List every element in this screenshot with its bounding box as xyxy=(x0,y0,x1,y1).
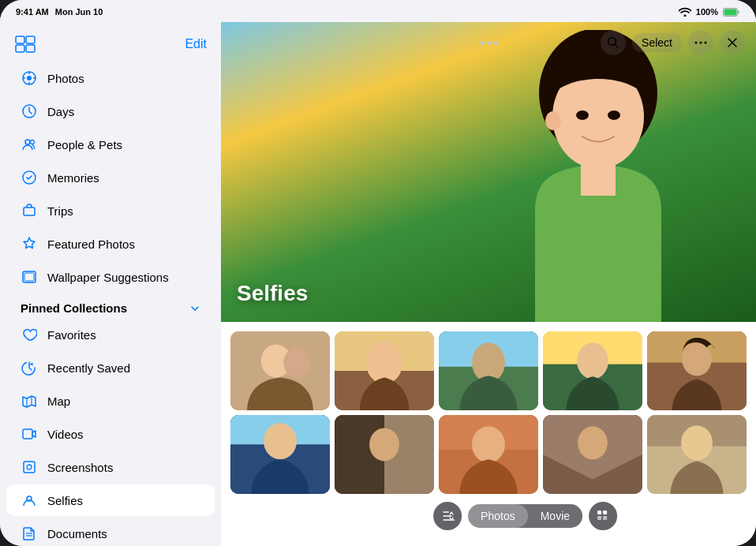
svg-rect-16 xyxy=(24,208,35,215)
status-right: 100% xyxy=(679,7,740,17)
photo-thumb-9[interactable] xyxy=(543,415,642,494)
svg-point-32 xyxy=(695,42,698,44)
photo-thumb-8[interactable] xyxy=(439,415,538,494)
svg-point-72 xyxy=(578,426,608,459)
sidebar: Edit Photos xyxy=(0,22,221,546)
movie-view-button[interactable]: Movie xyxy=(528,504,582,528)
favorites-label: Favorites xyxy=(47,328,96,342)
selfies-label: Selfies xyxy=(47,494,83,507)
grid-view-button[interactable] xyxy=(589,502,617,530)
featured-photos-label: Featured Photos xyxy=(47,237,135,251)
sidebar-library-icon xyxy=(14,33,36,55)
days-label: Days xyxy=(47,105,74,118)
search-button[interactable] xyxy=(601,30,626,55)
photo-thumb-1[interactable] xyxy=(230,331,330,410)
sidebar-item-memories[interactable]: Memories xyxy=(6,162,215,193)
svg-point-70 xyxy=(472,426,505,462)
wallpaper-icon xyxy=(21,268,38,286)
svg-point-34 xyxy=(705,42,707,44)
documents-label: Documents xyxy=(47,527,107,540)
trips-label: Trips xyxy=(47,204,73,218)
battery-icon xyxy=(723,8,740,17)
battery-display: 100% xyxy=(696,7,718,17)
photo-thumb-4[interactable] xyxy=(543,331,642,410)
memories-icon xyxy=(21,169,38,186)
more-button[interactable] xyxy=(688,30,713,55)
status-time: 9:41 AM Mon Jun 10 xyxy=(16,7,103,17)
svg-point-14 xyxy=(31,140,35,144)
edit-button[interactable]: Edit xyxy=(185,37,207,51)
photo-thumb-5[interactable] xyxy=(647,331,747,410)
svg-rect-39 xyxy=(581,156,616,196)
pinned-section-header[interactable]: Pinned Collections xyxy=(6,294,215,318)
selfies-icon xyxy=(21,492,38,509)
sidebar-item-photos[interactable]: Photos xyxy=(6,62,215,94)
photo-thumb-10[interactable] xyxy=(647,415,747,494)
screenshots-icon xyxy=(21,458,38,476)
header-dots xyxy=(480,41,498,45)
sidebar-item-selfies[interactable]: Selfies xyxy=(6,484,215,516)
documents-icon xyxy=(21,525,38,542)
sidebar-header: Edit xyxy=(0,22,221,62)
svg-point-33 xyxy=(700,42,702,44)
favorites-icon xyxy=(21,326,38,343)
recently-saved-label: Recently Saved xyxy=(47,361,130,375)
svg-line-31 xyxy=(616,45,619,48)
photos-view-button[interactable]: Photos xyxy=(468,504,528,528)
photo-grid xyxy=(221,322,756,508)
hero-person-svg xyxy=(488,30,709,322)
photo-thumb-3[interactable] xyxy=(439,331,538,410)
svg-point-56 xyxy=(577,342,608,379)
svg-point-67 xyxy=(369,428,399,461)
featured-icon xyxy=(21,235,38,252)
svg-rect-18 xyxy=(24,273,34,281)
map-label: Map xyxy=(47,395,70,408)
svg-rect-5 xyxy=(26,45,35,52)
sidebar-item-featured-photos[interactable]: Featured Photos xyxy=(6,228,215,260)
photo-thumb-7[interactable] xyxy=(335,415,434,494)
recently-saved-icon xyxy=(21,359,38,376)
memories-label: Memories xyxy=(47,171,99,185)
sidebar-item-videos[interactable]: Videos xyxy=(6,418,215,450)
svg-point-75 xyxy=(681,425,713,460)
people-icon xyxy=(21,136,38,153)
photo-thumb-2[interactable] xyxy=(335,331,434,410)
svg-point-59 xyxy=(682,342,712,376)
view-toggle: Photos Movie xyxy=(468,504,582,528)
sidebar-item-trips[interactable]: Trips xyxy=(6,195,215,226)
sidebar-item-recently-saved[interactable]: Recently Saved xyxy=(6,352,215,383)
chevron-down-icon xyxy=(189,303,200,314)
sort-button[interactable] xyxy=(433,502,462,530)
photos-label: Photos xyxy=(47,72,84,85)
content-area: Select xyxy=(221,22,756,546)
sidebar-item-documents[interactable]: Documents xyxy=(6,518,215,546)
photo-row-2 xyxy=(230,415,747,494)
sidebar-item-people-pets[interactable]: People & Pets xyxy=(6,129,215,160)
time-display: 9:41 AM xyxy=(16,7,49,17)
photo-row-1 xyxy=(230,331,747,410)
sidebar-item-days[interactable]: Days xyxy=(6,95,215,127)
date-display: Mon Jun 10 xyxy=(55,7,103,17)
select-button[interactable]: Select xyxy=(632,33,682,52)
svg-rect-21 xyxy=(23,429,32,439)
main-area: Edit Photos xyxy=(0,22,756,546)
videos-icon xyxy=(21,425,38,443)
svg-point-42 xyxy=(608,110,620,120)
videos-label: Videos xyxy=(47,428,84,441)
map-icon xyxy=(21,392,38,410)
bottom-toolbar: Photos Movie xyxy=(433,502,617,530)
sidebar-item-favorites[interactable]: Favorites xyxy=(6,319,215,350)
people-pets-label: People & Pets xyxy=(47,138,122,151)
days-icon xyxy=(21,103,38,120)
sidebar-item-wallpaper[interactable]: Wallpaper Suggestions xyxy=(6,261,215,293)
wifi-icon xyxy=(679,7,691,17)
close-button[interactable] xyxy=(720,30,745,55)
svg-rect-76 xyxy=(597,510,601,514)
svg-point-40 xyxy=(545,111,561,130)
svg-rect-22 xyxy=(24,462,35,473)
screenshots-label: Screenshots xyxy=(47,461,113,474)
photo-thumb-6[interactable] xyxy=(230,415,330,494)
photos-icon xyxy=(21,69,38,87)
sidebar-item-screenshots[interactable]: Screenshots xyxy=(6,451,215,483)
sidebar-item-map[interactable]: Map xyxy=(6,385,215,417)
